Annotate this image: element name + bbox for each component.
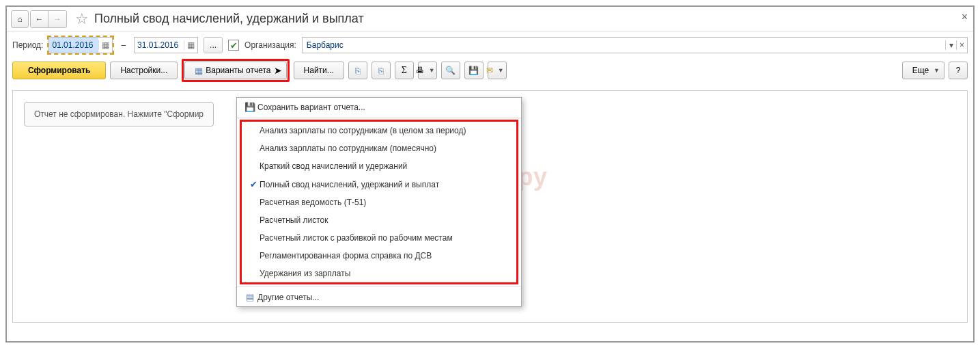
filter-row: Период: ▦ – ▦ ... ✔ Организация: Барбари…	[7, 31, 973, 56]
page-title: Полный свод начислений, удержаний и выпл…	[94, 12, 364, 26]
titlebar: ⌂ ← → ☆ Полный свод начислений, удержани…	[7, 7, 973, 31]
dropdown-icon[interactable]: ▾	[945, 40, 956, 50]
check-icon: ✔	[247, 179, 260, 189]
menu-label: Краткий свод начислений и удержаний	[260, 161, 407, 171]
sum-button[interactable]: Σ	[395, 62, 414, 79]
collapse-icon: ⎘	[378, 66, 384, 76]
period-select-button[interactable]: ...	[204, 37, 223, 53]
menu-label: Расчетный листок с разбивкой по рабочим …	[260, 233, 453, 243]
arrow-right-icon: →	[53, 14, 61, 24]
menu-separator	[237, 286, 521, 286]
calendar-icon[interactable]: ▦	[184, 40, 197, 50]
report-icon: ▤	[242, 292, 257, 302]
print-icon: 🖶	[416, 66, 424, 75]
expand-icon: ⎘	[355, 66, 361, 76]
settings-button[interactable]: Настройки...	[110, 62, 178, 79]
mail-icon: ✉	[486, 66, 493, 75]
date-to-input[interactable]	[135, 38, 184, 53]
variants-label: Варианты отчета	[206, 66, 270, 75]
collapse-icon-button[interactable]: ⎘	[372, 62, 391, 79]
expand-icon-button[interactable]: ⎘	[348, 62, 367, 79]
menu-other-reports[interactable]: ▤ Другие отчеты...	[237, 288, 521, 306]
save-icon: 💾	[242, 102, 257, 112]
date-from-field[interactable]: ▦	[48, 37, 113, 53]
org-label: Организация:	[244, 40, 296, 50]
menu-item-selected[interactable]: ✔ Полный свод начислений, удержаний и вы…	[242, 175, 516, 193]
variants-dropdown: 💾 Сохранить вариант отчета... Анализ зар…	[236, 97, 522, 307]
menu-item[interactable]: Анализ зарплаты по сотрудникам (помесячн…	[242, 139, 516, 157]
print-button[interactable]: 🖶▼	[418, 62, 437, 79]
menu-label: Анализ зарплаты по сотрудникам (в целом …	[260, 126, 466, 135]
variants-icon: ▦	[195, 66, 203, 76]
menu-item[interactable]: Краткий свод начислений и удержаний	[242, 157, 516, 175]
favorite-star-icon[interactable]: ☆	[75, 10, 89, 28]
home-icon: ⌂	[17, 14, 22, 24]
menu-item[interactable]: Расчетная ведомость (Т-51)	[242, 193, 516, 211]
menu-item[interactable]: Расчетный листок	[242, 211, 516, 229]
calendar-icon[interactable]: ▦	[98, 40, 112, 50]
menu-item[interactable]: Расчетный листок с разбивкой по рабочим …	[242, 229, 516, 247]
help-button[interactable]: ?	[949, 62, 968, 79]
period-label: Период:	[12, 40, 43, 50]
report-window: ⌂ ← → ☆ Полный свод начислений, удержани…	[5, 5, 975, 343]
report-variants-button[interactable]: ▦ Варианты отчета ➤	[184, 62, 286, 79]
menu-save-variant[interactable]: 💾 Сохранить вариант отчета...	[237, 98, 521, 116]
clear-icon[interactable]: ×	[956, 40, 967, 50]
menu-label: Анализ зарплаты по сотрудникам (помесячн…	[260, 144, 436, 153]
close-button[interactable]: ×	[962, 11, 968, 23]
menu-separator	[237, 118, 521, 118]
caret-icon: ▼	[429, 67, 435, 74]
menu-label: Регламентированная форма справка по ДСВ	[260, 251, 432, 260]
variants-highlight: ▦ Варианты отчета ➤	[182, 59, 289, 82]
home-button[interactable]: ⌂	[11, 10, 29, 28]
preview-icon: 🔍	[445, 66, 456, 75]
toolbar: Сформировать Настройки... ▦ Варианты отч…	[7, 56, 973, 88]
more-label: Еще	[912, 66, 929, 75]
menu-label: Полный свод начислений, удержаний и выпл…	[260, 180, 439, 189]
menu-label: Расчетный листок	[260, 215, 328, 225]
org-value: Барбарис	[303, 40, 945, 50]
find-button[interactable]: Найти...	[294, 62, 344, 79]
info-message: Отчет не сформирован. Нажмите "Сформир	[24, 102, 214, 126]
arrow-left-icon: ←	[36, 14, 44, 24]
org-checkbox[interactable]: ✔	[228, 40, 239, 51]
menu-label: Удержания из зарплаты	[260, 269, 350, 278]
back-button[interactable]: ←	[31, 11, 48, 27]
caret-icon: ▼	[934, 67, 940, 74]
menu-label: Другие отчеты...	[257, 293, 319, 302]
preview-button[interactable]: 🔍	[441, 62, 460, 79]
caret-icon: ▼	[498, 67, 504, 74]
date-from-input[interactable]	[49, 38, 98, 53]
variants-list-highlight: Анализ зарплаты по сотрудникам (в целом …	[240, 120, 518, 284]
more-button[interactable]: Еще ▼	[902, 62, 944, 79]
date-dash: –	[121, 40, 126, 50]
menu-item[interactable]: Анализ зарплаты по сотрудникам (в целом …	[242, 122, 516, 139]
right-tools: Еще ▼ ?	[902, 62, 968, 79]
form-report-button[interactable]: Сформировать	[12, 62, 106, 79]
menu-label: Расчетная ведомость (Т-51)	[260, 198, 366, 207]
save-button[interactable]: 💾	[464, 62, 484, 79]
save-icon: 💾	[468, 66, 479, 75]
org-select[interactable]: Барбарис ▾ ×	[302, 37, 968, 53]
sigma-icon: Σ	[402, 65, 407, 76]
menu-item[interactable]: Регламентированная форма справка по ДСВ	[242, 247, 516, 265]
cursor-icon: ➤	[274, 65, 282, 76]
forward-button[interactable]: →	[48, 11, 66, 27]
send-button[interactable]: ✉▼	[488, 62, 507, 79]
date-to-field[interactable]: ▦	[134, 37, 198, 53]
menu-label: Сохранить вариант отчета...	[257, 103, 365, 112]
nav-group: ← →	[30, 10, 67, 28]
menu-item[interactable]: Удержания из зарплаты	[242, 265, 516, 282]
